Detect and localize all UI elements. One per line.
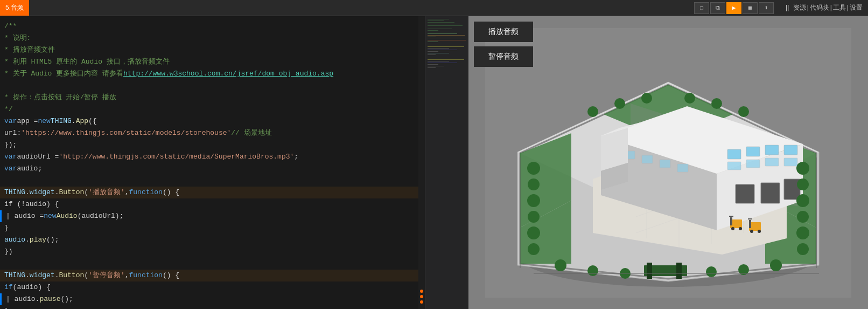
code-token: new bbox=[38, 115, 50, 127]
menu-resources[interactable]: 资源 bbox=[793, 4, 806, 11]
svg-point-83 bbox=[738, 106, 749, 117]
code-line bbox=[0, 175, 425, 187]
svg-point-93 bbox=[731, 227, 734, 230]
scene-panel: 播放音频 暂停音频 bbox=[468, 16, 868, 309]
toolbar-icon-group: ❐ ⧉ ▶ ▦ ⬆ bbox=[694, 2, 778, 14]
svg-point-77 bbox=[797, 243, 809, 255]
app-title: 5.音频 bbox=[0, 0, 29, 16]
svg-point-71 bbox=[528, 243, 540, 255]
scene-buttons-group: 播放音频 暂停音频 bbox=[474, 22, 533, 67]
dot-3 bbox=[420, 300, 423, 304]
svg-point-87 bbox=[706, 266, 717, 277]
svg-rect-4 bbox=[428, 24, 460, 24]
code-line: var audioUrl = 'http://www.thingjs.com/s… bbox=[0, 151, 425, 163]
code-line: | audio = new Audio(audioUrl); bbox=[0, 210, 425, 222]
code-token: 'http://www.thingjs.com/static/media/Sup… bbox=[59, 151, 294, 163]
code-line: */ bbox=[0, 104, 425, 115]
svg-point-74 bbox=[796, 194, 809, 207]
code-line: } bbox=[0, 222, 425, 234]
play-audio-button[interactable]: 播放音频 bbox=[474, 22, 533, 42]
menu-codeblock[interactable]: 代码块 bbox=[810, 4, 829, 11]
code-token: * 说明: bbox=[4, 32, 31, 44]
svg-rect-91 bbox=[730, 217, 732, 225]
svg-rect-8 bbox=[428, 33, 457, 34]
svg-rect-97 bbox=[748, 218, 752, 219]
code-token: THING bbox=[4, 187, 25, 198]
code-token: http://www.w3school.com.cn/jsref/dom_obj… bbox=[123, 68, 333, 80]
svg-point-66 bbox=[527, 162, 540, 175]
svg-point-78 bbox=[587, 106, 598, 117]
svg-point-80 bbox=[641, 93, 652, 104]
send-icon[interactable]: ⬆ bbox=[759, 2, 774, 14]
code-token: Audio bbox=[57, 210, 78, 222]
code-editor[interactable]: /** * 说明: * 播放音频文件 * 利用 HTML5 原生的 Audio … bbox=[0, 16, 425, 309]
code-token: app = bbox=[17, 115, 38, 127]
code-token: if bbox=[4, 281, 13, 293]
stop-icon[interactable]: ▦ bbox=[743, 2, 758, 14]
svg-rect-18 bbox=[428, 54, 436, 55]
svg-rect-10 bbox=[428, 37, 436, 37]
code-line: } bbox=[0, 305, 425, 309]
svg-point-81 bbox=[684, 93, 695, 104]
svg-rect-53 bbox=[765, 158, 779, 166]
svg-rect-15 bbox=[428, 50, 457, 50]
copy-icon[interactable]: ❐ bbox=[694, 2, 709, 14]
svg-rect-22 bbox=[428, 64, 438, 65]
svg-point-73 bbox=[797, 178, 809, 190]
code-token: . bbox=[55, 187, 59, 198]
svg-rect-14 bbox=[428, 48, 449, 49]
code-line: }); bbox=[0, 139, 425, 151]
code-token: ; bbox=[294, 151, 298, 163]
code-token: * 关于 Audio 更多接口内容 请参看 bbox=[4, 68, 123, 80]
svg-rect-102 bbox=[676, 263, 682, 279]
code-token: // 场景地址 bbox=[231, 127, 271, 139]
code-line: }) bbox=[0, 246, 425, 258]
paste-icon[interactable]: ⧉ bbox=[710, 2, 725, 14]
code-token: . bbox=[25, 187, 30, 198]
code-token: ({ bbox=[88, 115, 97, 127]
svg-point-89 bbox=[770, 259, 782, 271]
menu-tools[interactable]: 工具 bbox=[833, 4, 846, 11]
svg-rect-9 bbox=[428, 35, 465, 36]
svg-rect-48 bbox=[746, 147, 760, 156]
code-token: } bbox=[4, 222, 9, 234]
svg-rect-49 bbox=[765, 145, 779, 155]
svg-point-94 bbox=[739, 227, 742, 230]
toolbar-menu: || 资源|代码块|工具|设置 bbox=[780, 3, 868, 12]
code-token: . bbox=[25, 234, 30, 246]
menu-settings[interactable]: 设置 bbox=[850, 4, 863, 11]
code-token: App bbox=[76, 115, 88, 127]
code-line: * 操作：点击按钮 开始/暂停 播放 bbox=[0, 92, 425, 104]
code-line bbox=[0, 258, 425, 270]
play-icon[interactable]: ▶ bbox=[726, 2, 741, 14]
code-token: THING bbox=[51, 115, 72, 127]
pause-audio-button[interactable]: 暂停音频 bbox=[474, 46, 533, 67]
minimap-content bbox=[425, 16, 468, 309]
code-line: audio.play(); bbox=[0, 234, 425, 246]
code-token: widget bbox=[30, 270, 55, 281]
svg-rect-24 bbox=[428, 67, 436, 68]
svg-point-70 bbox=[527, 226, 540, 239]
code-token: Button bbox=[59, 270, 84, 281]
svg-rect-50 bbox=[784, 145, 797, 155]
svg-point-98 bbox=[750, 230, 753, 233]
svg-rect-101 bbox=[647, 263, 652, 279]
dot-1 bbox=[420, 290, 423, 293]
svg-point-75 bbox=[797, 211, 809, 223]
svg-rect-47 bbox=[727, 149, 741, 159]
svg-rect-2 bbox=[428, 20, 444, 21]
svg-point-85 bbox=[587, 265, 598, 276]
code-token: } bbox=[4, 305, 9, 309]
code-token: new bbox=[44, 210, 56, 222]
code-token: * 利用 HTML5 原生的 Audio 接口，播放音频文件 bbox=[4, 56, 170, 68]
code-token: function bbox=[129, 270, 163, 281]
code-token: if (!audio) { bbox=[4, 198, 59, 210]
warehouse-scene bbox=[485, 28, 851, 298]
3d-scene bbox=[485, 28, 851, 298]
code-token: * 操作：点击按钮 开始/暂停 播放 bbox=[4, 92, 116, 104]
svg-rect-16 bbox=[428, 51, 438, 52]
code-token: (audioUrl); bbox=[78, 210, 124, 222]
code-token: THING bbox=[4, 270, 25, 281]
code-token: var bbox=[4, 163, 17, 175]
code-token: , bbox=[125, 187, 129, 198]
